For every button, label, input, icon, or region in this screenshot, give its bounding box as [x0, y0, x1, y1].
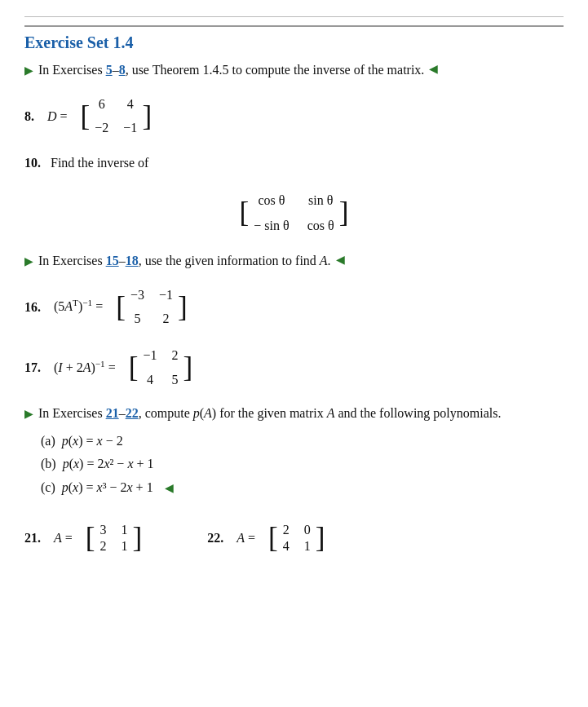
- bracket-right-10: ]: [339, 198, 349, 227]
- bracket-left-22: [: [268, 524, 278, 552]
- arrow-icon-3: ▶: [24, 405, 33, 422]
- cell-21-01: 1: [122, 523, 128, 537]
- problem-16-label: 16.: [24, 296, 41, 318]
- instruction-1-text: In Exercises 5–8, use Theorem 1.4.5 to c…: [38, 60, 424, 80]
- bracket-right-8: ]: [142, 102, 152, 130]
- problem-16-inv: −1: [82, 298, 92, 307]
- poly-c: (c) p(x) = x³ − 2x + 1 ◀: [41, 476, 564, 500]
- bracket-left-16: [: [116, 293, 126, 321]
- cell-17-10: 4: [147, 369, 153, 391]
- problem-21-var: A =: [54, 531, 73, 546]
- page-title: Exercise Set 1.4: [24, 25, 564, 52]
- bracket-right-16: ]: [178, 293, 188, 321]
- bracket-right-17: ]: [183, 353, 192, 382]
- problem-17-matrix: [ −1 2 4 5 ]: [129, 342, 192, 391]
- problem-17-inv: −1: [95, 359, 105, 369]
- cell-17-11: 5: [171, 369, 178, 391]
- cell-21-11: 1: [122, 539, 128, 554]
- problem-8-row: 8. D = [ 6 4 −2 −1 ]: [24, 91, 564, 140]
- problem-8-var: D =: [47, 105, 68, 127]
- problem-8-label: 8.: [24, 105, 34, 127]
- problem-17-row: 17. (I + 2A)−1 = [ −1 2 4 5 ]: [24, 342, 564, 391]
- problem-21-label: 21.: [24, 531, 41, 546]
- cell-22-11: 1: [304, 539, 311, 554]
- range-21-22-start[interactable]: 21: [106, 406, 119, 420]
- bracket-left-21: [: [86, 524, 95, 552]
- cell-16-10: 5: [134, 307, 140, 329]
- instruction-2-text: In Exercises 15–18, use the given inform…: [38, 251, 331, 271]
- instruction-1: ▶ In Exercises 5–8, use Theorem 1.4.5 to…: [24, 60, 564, 80]
- cell-8-11: −1: [123, 117, 137, 139]
- problem-22-var: A =: [237, 531, 255, 546]
- cell-21-10: 2: [100, 539, 107, 554]
- cell-22-10: 4: [283, 539, 290, 554]
- range-5-8-start[interactable]: 5: [106, 63, 113, 77]
- cell-21-00: 3: [100, 523, 107, 537]
- poly-a: (a) p(x) = x − 2: [41, 430, 564, 453]
- bracket-right-22: ]: [316, 524, 325, 552]
- instruction-3-text: In Exercises 21–22, compute p(A) for the…: [38, 404, 501, 423]
- instruction-2: ▶ In Exercises 15–18, use the given info…: [24, 251, 564, 271]
- cell-8-00: 6: [99, 93, 105, 115]
- cell-10-11: cos θ: [307, 214, 334, 236]
- range-15-18-start[interactable]: 15: [106, 254, 119, 267]
- arrow-icon-1: ▶: [24, 62, 33, 79]
- cell-10-00: cos θ: [258, 189, 285, 211]
- problem-10-matrix: [ cos θ sin θ − sin θ cos θ ]: [240, 188, 349, 238]
- cell-17-01: 2: [171, 344, 178, 366]
- problem-16-matrix: [ −3 −1 5 2 ]: [116, 282, 188, 331]
- cell-10-01: sin θ: [308, 189, 333, 211]
- problem-8-matrix: [ 6 4 −2 −1 ]: [81, 91, 153, 140]
- matrix-17-grid: −1 2 4 5: [138, 342, 183, 391]
- bracket-left-17: [: [129, 353, 139, 382]
- matrix-8-grid: 6 4 −2 −1: [90, 91, 142, 140]
- cell-8-01: 4: [127, 93, 134, 115]
- cell-16-00: −3: [130, 284, 144, 306]
- matrix-16-grid: −3 −1 5 2: [126, 282, 178, 331]
- problem-17-label: 17.: [24, 356, 41, 378]
- problem-8: 8. D = [ 6 4 −2 −1 ]: [24, 91, 564, 140]
- problem-22-row: 22. A = [ 2 0 4 1 ]: [207, 521, 325, 555]
- problem-16-row: 16. (5AT)−1 = [ −3 −1 5 2 ]: [24, 282, 564, 331]
- arrow-icon-2: ▶: [24, 253, 33, 270]
- matrix-10-grid: cos θ sin θ − sin θ cos θ: [249, 188, 338, 238]
- cell-10-10: − sin θ: [254, 214, 289, 236]
- poly-list: (a) p(x) = x − 2 (b) p(x) = 2x² − x + 1 …: [41, 430, 564, 500]
- end-arrow-icon-2: ◀: [336, 251, 345, 268]
- problem-10-text: Find the inverse of: [51, 156, 148, 170]
- problem-21-matrix: [ 3 1 2 1 ]: [86, 521, 142, 555]
- range-5-8-end[interactable]: 8: [119, 63, 126, 77]
- problem-10-header: 10. Find the inverse of: [24, 152, 564, 174]
- range-21-22-end[interactable]: 22: [126, 406, 139, 420]
- bracket-left-10: [: [240, 198, 250, 227]
- problem-10: 10. Find the inverse of [ cos θ sin θ − …: [24, 152, 564, 238]
- cell-8-10: −2: [95, 117, 108, 139]
- problem-22-matrix: [ 2 0 4 1 ]: [268, 521, 325, 555]
- matrix-21-grid: 3 1 2 1: [95, 521, 133, 555]
- cell-17-00: −1: [143, 344, 157, 366]
- cell-22-00: 2: [283, 523, 290, 537]
- end-arrow-icon-1: ◀: [429, 60, 438, 77]
- problem-16-sup: T: [73, 298, 78, 307]
- cell-16-01: −1: [159, 284, 173, 306]
- problem-10-matrix-block: [ cos θ sin θ − sin θ cos θ ]: [24, 188, 564, 238]
- problem-21-row: 21. A = [ 3 1 2 1 ]: [24, 521, 142, 555]
- instruction-3: ▶ In Exercises 21–22, compute p(A) for t…: [24, 404, 564, 423]
- problem-17-eq: (I + 2A)−1 =: [54, 356, 116, 379]
- problem-17: 17. (I + 2A)−1 = [ −1 2 4 5 ]: [24, 342, 564, 391]
- matrix-22-grid: 2 0 4 1: [278, 521, 316, 555]
- problem-22-label: 22.: [207, 531, 223, 546]
- bracket-left-8: [: [81, 102, 91, 130]
- range-15-18-end[interactable]: 18: [126, 254, 139, 267]
- problem-10-label: 10.: [24, 156, 41, 170]
- bracket-right-21: ]: [133, 524, 143, 552]
- problems-21-22: 21. A = [ 3 1 2 1 ] 22. A = [ 2 0 4 1: [24, 513, 564, 563]
- cell-22-01: 0: [304, 523, 311, 537]
- cell-16-11: 2: [162, 307, 169, 329]
- end-arrow-icon-3: ◀: [165, 482, 174, 494]
- problem-16: 16. (5AT)−1 = [ −3 −1 5 2 ]: [24, 282, 564, 331]
- problem-16-eq: (5AT)−1 =: [54, 295, 103, 318]
- poly-b: (b) p(x) = 2x² − x + 1: [41, 453, 564, 476]
